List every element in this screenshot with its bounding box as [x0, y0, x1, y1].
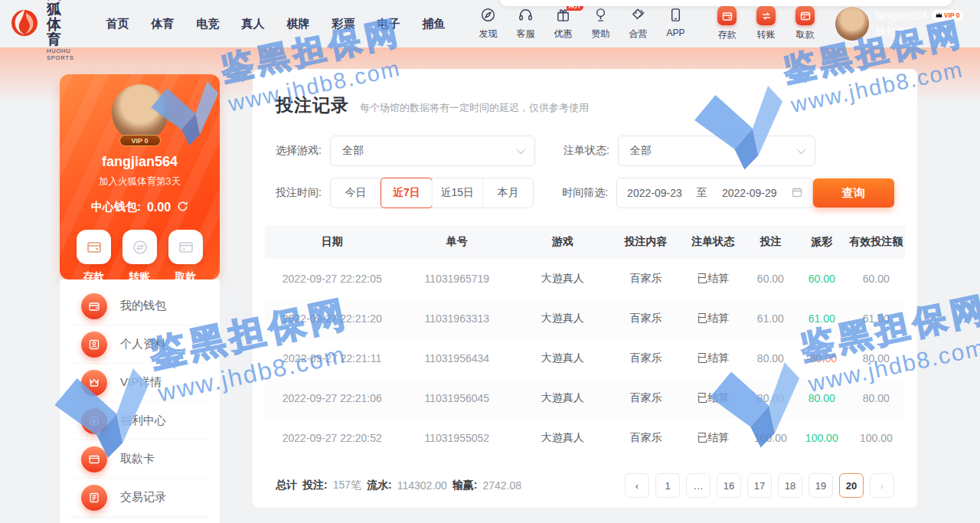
pagination: ‹ 1 … 16 17 18 19 20 › — [625, 473, 894, 498]
status-select[interactable]: 全部 — [618, 136, 815, 166]
sidebar-divider — [70, 518, 209, 518]
col-status: 注单状态 — [681, 225, 745, 259]
chevron-down-icon — [797, 145, 805, 154]
pagination-page-20-active[interactable]: 20 — [839, 473, 864, 498]
game-select[interactable]: 全部 — [330, 136, 535, 166]
date-end[interactable]: 2022-09-29 — [722, 187, 777, 199]
transfer-arrows-icon — [122, 230, 157, 264]
profile-username: fangjian564 — [60, 154, 220, 170]
nav-item-chess[interactable]: 棋牌 — [287, 17, 310, 31]
user-avatar[interactable] — [835, 7, 869, 41]
support-button[interactable]: 客服 — [512, 7, 540, 41]
sidebar-item-withdraw-card[interactable]: 取款卡 — [70, 440, 209, 479]
username: fangjian564 — [876, 10, 927, 21]
sidebar-transfer-button[interactable]: 转账 — [122, 230, 157, 279]
discover-button[interactable]: 发现 — [475, 7, 502, 41]
winloss-value: 2742.08 — [483, 479, 522, 492]
date-range-picker[interactable]: 2022-09-23 至 2022-09-29 — [616, 178, 813, 208]
bet-records-panel: 投注记录 每个场馆的数据将有一定时间的延迟，仅供参考使用 选择游戏: 全部 注单… — [253, 69, 917, 508]
sidebar-item-welfare[interactable]: 福利中心 — [70, 402, 209, 440]
deposit-label: 存款 — [718, 28, 737, 41]
table-row: 2022-09-27 22:21:06 11031956045 大遊真人 百家乐… — [265, 378, 905, 418]
date-separator: 至 — [697, 186, 707, 200]
partner-button[interactable]: 合营 — [625, 7, 652, 41]
transfer-button[interactable]: 转账 — [753, 6, 779, 41]
pagination-page-18[interactable]: 18 — [778, 473, 802, 498]
transfer-label: 转账 — [757, 28, 776, 41]
pagination-prev-button[interactable]: ‹ — [625, 473, 649, 498]
payout-cell: 60.00 — [796, 259, 848, 299]
center-wallet: 中心钱包: 0.00 — [60, 200, 220, 214]
payout-cell: -80.00 — [796, 338, 848, 378]
brand-logo[interactable]: 火狐体育 HUOHU SPORTS — [8, 0, 74, 61]
date-start[interactable]: 2022-09-23 — [627, 187, 682, 199]
refresh-icon[interactable] — [177, 201, 188, 214]
page: 火狐体育 HUOHU SPORTS 首页 体育 电竞 真人 棋牌 彩票 电子 捕… — [0, 0, 980, 523]
sidebar-item-my-wallet[interactable]: 我的钱包 — [70, 287, 209, 325]
bet-records-table: 日期 单号 游戏 投注内容 注单状态 投注 派彩 有效投注额 2022-09-2… — [265, 225, 905, 458]
nav-item-home[interactable]: 首页 — [106, 17, 129, 31]
compass-icon — [480, 7, 496, 26]
app-button[interactable]: APP — [662, 7, 690, 41]
segment-last7days[interactable]: 近7日 — [381, 178, 431, 208]
segment-this-month[interactable]: 本月 — [482, 178, 533, 208]
brand-subtitle: HUOHU SPORTS — [47, 47, 74, 61]
center-wallet-label: 中心钱包: — [91, 200, 141, 214]
filter-row-2: 投注时间: 今日 近7日 近15日 本月 时间筛选: 2022-09-23 至 … — [265, 178, 905, 208]
col-date: 日期 — [265, 225, 400, 259]
pagination-ellipsis[interactable]: … — [686, 473, 710, 498]
nav-item-esports[interactable]: 电竞 — [197, 17, 220, 31]
bank-card-icon — [168, 230, 203, 264]
sponsor-label: 赞助 — [592, 28, 610, 41]
pagination-page-19[interactable]: 19 — [808, 473, 833, 498]
search-button[interactable]: 查询 — [813, 178, 894, 208]
tags-icon — [630, 7, 646, 26]
nav-item-lottery[interactable]: 彩票 — [332, 17, 355, 31]
pagination-page-1[interactable]: 1 — [655, 473, 680, 498]
sidebar-item-profile[interactable]: 个人资料 — [70, 325, 209, 364]
vip-medal-icon — [81, 370, 107, 396]
profile-quick-actions: 存款 转账 取款 — [60, 230, 220, 279]
sidebar-withdraw-button[interactable]: 取款 — [168, 230, 203, 279]
nav-item-slots[interactable]: 电子 — [377, 17, 400, 31]
table-row: 2022-09-27 22:20:52 11031955052 大遊真人 百家乐… — [265, 418, 905, 458]
deposit-wallet-icon — [77, 230, 111, 264]
phone-icon — [668, 7, 684, 26]
payout-cell: 61.00 — [796, 299, 848, 338]
sidebar-item-transactions[interactable]: 交易记录 — [70, 479, 209, 517]
withdraw-label: 取款 — [796, 28, 815, 41]
sidebar-deposit-button[interactable]: 存款 — [77, 230, 111, 279]
header-wallet-balance: 钱包:0.00 — [876, 25, 964, 38]
profile-avatar[interactable] — [112, 84, 168, 141]
deposit-button[interactable]: 存款 — [714, 6, 740, 41]
withdraw-icon — [795, 6, 815, 25]
segment-today[interactable]: 今日 — [331, 178, 381, 208]
col-bet: 投注 — [745, 225, 796, 259]
transfer-icon — [756, 6, 776, 25]
nav-item-fishing[interactable]: 捕鱼 — [423, 17, 446, 31]
headset-icon — [518, 7, 534, 26]
date-range-label: 时间筛选: — [562, 186, 608, 200]
segment-last15days[interactable]: 近15日 — [432, 178, 482, 208]
promo-button[interactable]: HOT 优惠 — [550, 7, 577, 41]
sponsor-button[interactable]: 赞助 — [587, 7, 615, 41]
pagination-page-17[interactable]: 17 — [747, 473, 772, 498]
user-account[interactable]: fangjian564 VIP 0 钱包:0.00 — [835, 7, 964, 41]
top-popup-strip — [499, 0, 952, 6]
nav-item-live[interactable]: 真人 — [242, 17, 265, 31]
turnover-value: 114302.00 — [397, 479, 447, 492]
time-range-segments: 今日 近7日 近15日 本月 — [330, 178, 534, 208]
sidebar-item-vip[interactable]: VIP详情 — [70, 364, 209, 402]
discover-label: 发现 — [479, 28, 498, 41]
pagination-page-16[interactable]: 16 — [717, 473, 741, 498]
profile-vip-badge: VIP 0 — [119, 135, 161, 146]
pagination-next-button[interactable]: › — [870, 473, 894, 498]
coin-icon — [81, 408, 107, 434]
wallet-actions-group: 存款 转账 取款 — [714, 6, 818, 41]
page-subtitle: 每个场馆的数据将有一定时间的延迟，仅供参考使用 — [360, 101, 589, 115]
withdraw-button[interactable]: 取款 — [792, 6, 818, 41]
totals-summary: 总计 投注: 157笔 流水: 114302.00 输赢: 2742.08 — [276, 479, 521, 492]
col-payout: 派彩 — [796, 225, 848, 259]
nav-item-sports[interactable]: 体育 — [152, 17, 175, 31]
top-navbar: 火狐体育 HUOHU SPORTS 首页 体育 电竞 真人 棋牌 彩票 电子 捕… — [0, 0, 980, 47]
